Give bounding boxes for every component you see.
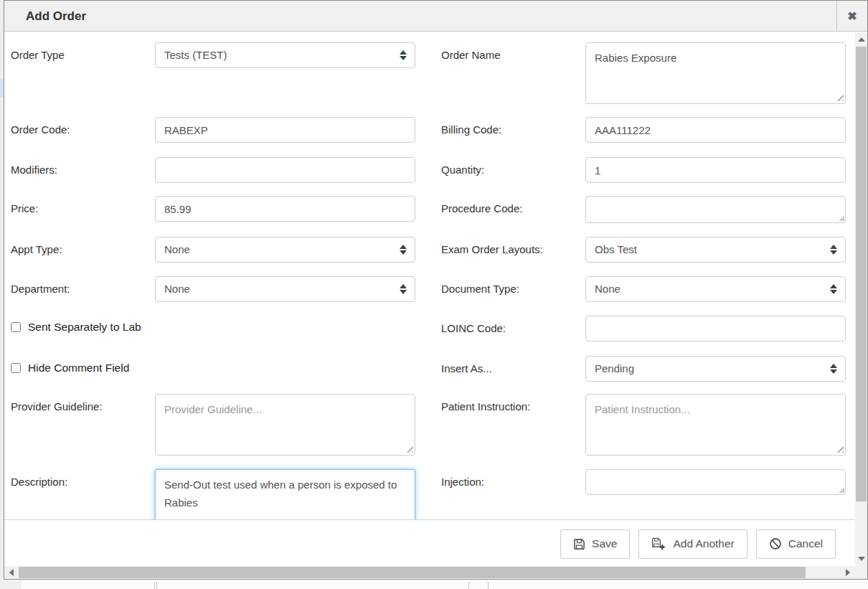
insert-as-value: Pending — [595, 357, 634, 381]
order-type-value: Tests (TEST) — [164, 43, 227, 67]
close-icon: ✖ — [847, 9, 857, 23]
background-table-line — [488, 582, 489, 589]
order-code-input[interactable] — [155, 117, 415, 143]
document-type-select[interactable]: None — [585, 276, 846, 302]
sent-separately-to-lab-checkbox[interactable] — [11, 322, 21, 332]
dialog-body: Order Type Tests (TEST) Order Code: Modi… — [4, 32, 855, 519]
department-value: None — [164, 277, 190, 301]
patient-instruction-textarea[interactable] — [585, 394, 846, 456]
vertical-scrollbar[interactable] — [855, 32, 867, 566]
order-type-label: Order Type — [11, 42, 155, 68]
appt-type-label: Appt Type: — [11, 237, 155, 263]
price-input[interactable] — [155, 196, 415, 222]
patient-instruction-row: Patient Instruction: — [441, 394, 846, 456]
order-name-label: Order Name — [441, 42, 585, 104]
order-name-row: Order Name Rabies Exposure — [441, 42, 846, 104]
document-type-row: Document Type: None — [441, 276, 846, 302]
cancel-ban-icon — [769, 537, 782, 550]
background-page-bottom-sliver — [0, 580, 868, 589]
horizontal-scrollbar[interactable] — [4, 566, 855, 579]
billing-code-input[interactable] — [585, 117, 846, 143]
appt-type-row: Appt Type: None — [11, 237, 415, 263]
select-caret-icon — [400, 50, 407, 60]
select-caret-icon — [400, 284, 407, 294]
scroll-down-arrow-icon[interactable] — [858, 557, 865, 561]
document-type-label: Document Type: — [441, 276, 585, 302]
quantity-input[interactable] — [585, 157, 846, 183]
insert-as-label: Insert As... — [441, 356, 585, 382]
modifiers-input[interactable] — [155, 157, 415, 183]
exam-order-layouts-select[interactable]: Obs Test — [585, 237, 846, 263]
form-column-right: Order Name Rabies Exposure Billing Code:… — [441, 42, 846, 495]
order-type-row: Order Type Tests (TEST) — [11, 42, 415, 68]
cancel-button-label: Cancel — [788, 537, 823, 550]
select-caret-icon — [830, 284, 837, 294]
dialog-header: Add Order ✖ — [4, 1, 867, 32]
form-column-left: Order Type Tests (TEST) Order Code: Modi… — [11, 42, 415, 519]
cancel-button[interactable]: Cancel — [756, 529, 836, 559]
quantity-row: Quantity: — [441, 157, 846, 183]
save-plus-icon — [651, 537, 666, 550]
scrollbar-corner — [855, 566, 867, 579]
sent-separately-to-lab-row[interactable]: Sent Separately to Lab — [11, 320, 415, 334]
order-code-label: Order Code: — [11, 117, 155, 143]
hide-comment-field-row[interactable]: Hide Comment Field — [11, 361, 415, 375]
background-table-line — [468, 582, 469, 589]
scroll-right-arrow-icon[interactable] — [846, 569, 850, 576]
add-another-button-label: Add Another — [673, 537, 734, 550]
patient-instruction-label: Patient Instruction: — [441, 394, 585, 456]
add-order-dialog: Add Order ✖ Order Type Tests (TEST) — [4, 0, 868, 580]
order-type-select[interactable]: Tests (TEST) — [155, 42, 415, 68]
save-button-label: Save — [592, 537, 617, 550]
description-textarea[interactable]: Send-Out test used when a person is expo… — [155, 469, 415, 519]
department-label: Department: — [11, 276, 155, 302]
document-type-value: None — [595, 277, 621, 301]
exam-order-layouts-value: Obs Test — [595, 237, 637, 262]
background-table-edge — [0, 580, 22, 589]
horizontal-scrollbar-thumb[interactable] — [19, 567, 806, 578]
save-icon — [573, 538, 585, 550]
appt-type-value: None — [164, 237, 190, 262]
background-table-line — [154, 582, 155, 589]
department-row: Department: None — [11, 276, 415, 302]
description-row: Description: Send-Out test used when a p… — [11, 469, 415, 519]
provider-guideline-label: Provider Guideline: — [11, 394, 155, 456]
sent-separately-to-lab-label: Sent Separately to Lab — [28, 321, 141, 334]
dialog-footer: Save Add Another — [4, 519, 855, 567]
exam-order-layouts-row: Exam Order Layouts: Obs Test — [441, 237, 846, 263]
select-caret-icon — [830, 245, 837, 255]
hide-comment-field-label: Hide Comment Field — [28, 362, 129, 374]
billing-code-row: Billing Code: — [441, 117, 846, 143]
insert-as-row: Insert As... Pending — [441, 356, 846, 382]
injection-textarea[interactable] — [585, 469, 846, 495]
select-caret-icon — [400, 245, 407, 255]
background-table-line — [156, 582, 157, 589]
order-code-row: Order Code: — [11, 117, 415, 143]
hide-comment-field-checkbox[interactable] — [11, 363, 21, 373]
procedure-code-textarea[interactable] — [585, 196, 846, 223]
department-select[interactable]: None — [155, 276, 415, 302]
procedure-code-label: Procedure Code: — [441, 196, 585, 223]
order-name-textarea[interactable]: Rabies Exposure — [585, 42, 846, 104]
appt-type-select[interactable]: None — [155, 237, 415, 263]
vertical-scrollbar-thumb[interactable] — [856, 47, 867, 501]
description-label: Description: — [11, 469, 155, 519]
loinc-code-label: LOINC Code: — [441, 316, 585, 341]
injection-row: Injection: — [441, 469, 846, 495]
exam-order-layouts-label: Exam Order Layouts: — [441, 237, 585, 263]
close-button[interactable]: ✖ — [836, 1, 867, 32]
scroll-left-arrow-icon[interactable] — [9, 569, 14, 576]
dialog-title: Add Order — [26, 1, 86, 32]
resize-handle-icon[interactable] — [839, 487, 844, 493]
procedure-code-row: Procedure Code: — [441, 196, 846, 223]
price-label: Price: — [11, 196, 155, 222]
quantity-label: Quantity: — [441, 157, 585, 183]
loinc-code-input[interactable] — [585, 316, 846, 341]
save-button[interactable]: Save — [560, 529, 630, 559]
insert-as-select[interactable]: Pending — [585, 356, 846, 382]
add-another-button[interactable]: Add Another — [638, 529, 747, 559]
resize-handle-icon[interactable] — [839, 215, 844, 221]
provider-guideline-textarea[interactable] — [155, 394, 415, 456]
scroll-up-arrow-icon[interactable] — [858, 37, 865, 42]
modifiers-label: Modifiers: — [11, 157, 155, 183]
